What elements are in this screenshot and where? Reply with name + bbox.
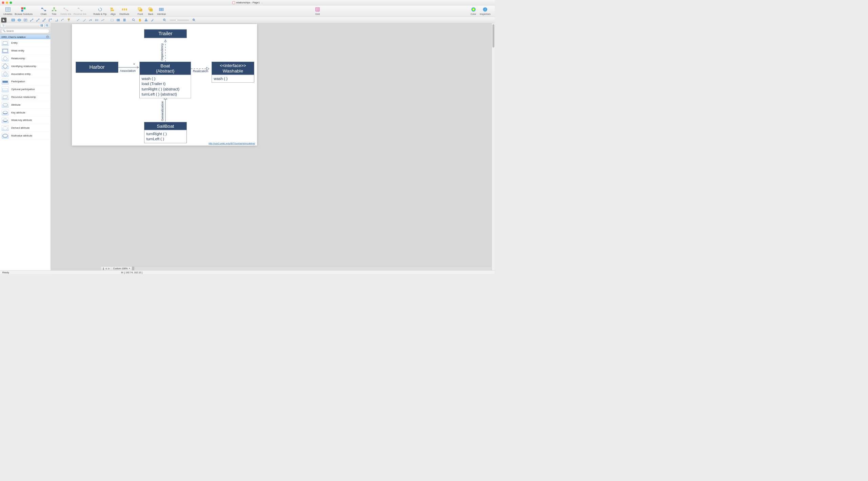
node-harbor[interactable]: Harbor: [76, 62, 118, 72]
line-tool-4[interactable]: [94, 18, 99, 23]
lib-item-optional-participation[interactable]: Optional participation: [0, 86, 51, 93]
lib-item-relationship[interactable]: Relationship: [0, 55, 51, 62]
harbor-title: Harbor: [76, 62, 118, 72]
snap-tool-2[interactable]: [116, 18, 121, 23]
chevron-down-icon[interactable]: ⌄: [261, 2, 263, 4]
connector-2[interactable]: [35, 18, 41, 23]
sidebar-grid-icon[interactable]: [39, 23, 44, 27]
minimize-window-button[interactable]: [6, 1, 8, 4]
lib-label: Entity: [11, 42, 18, 45]
sidebar-tree-icon[interactable]: [1, 23, 6, 27]
line-tool-5[interactable]: [100, 18, 105, 23]
window-title-text: relationships - Page1: [236, 1, 260, 4]
lib-item-weak-entity[interactable]: Weak entity: [0, 47, 51, 55]
snap-tool-1[interactable]: [110, 18, 115, 23]
grid-button[interactable]: Grid: [312, 6, 323, 16]
lib-item-weak-key-attribute[interactable]: Weak key attribute: [0, 117, 51, 124]
libraries-button[interactable]: Libraries: [2, 6, 14, 16]
snap-tool-3[interactable]: [122, 18, 127, 23]
search-input[interactable]: [1, 29, 49, 34]
rotate-flip-button[interactable]: Rotate & Flip: [92, 6, 108, 16]
zoom-slider[interactable]: [170, 20, 189, 20]
chain-button[interactable]: Chain: [38, 6, 49, 16]
svg-point-47: [39, 19, 39, 19]
zoom-display[interactable]: Custom 108%▼: [112, 267, 132, 270]
interface-name: Washable: [214, 68, 252, 74]
chain-icon: [41, 7, 46, 12]
lib-label: Relationship: [11, 57, 25, 60]
pan-tool[interactable]: ✋: [137, 18, 143, 23]
svg-rect-11: [53, 7, 55, 8]
connector-4[interactable]: [47, 18, 53, 23]
hscroll[interactable]: [132, 267, 492, 270]
front-button[interactable]: Front: [135, 6, 145, 16]
svg-point-44: [30, 21, 31, 21]
reverse-link-icon: [77, 7, 83, 12]
node-trailer[interactable]: Trailer: [144, 29, 186, 38]
front-icon: [137, 7, 143, 12]
lib-item-derived-attribute[interactable]: Derived attribute: [0, 124, 51, 132]
sidebar-search-icon[interactable]: [45, 23, 50, 27]
eyedropper-tool[interactable]: [150, 18, 155, 23]
tree-button[interactable]: Tree: [49, 6, 59, 16]
inspectors-button[interactable]: iInspectors: [479, 6, 492, 16]
pointer-tool[interactable]: [1, 18, 6, 23]
zoom-tool[interactable]: [131, 18, 136, 23]
lib-item-participation[interactable]: Participation: [0, 78, 51, 86]
page-nav[interactable]: ‖◀▶: [101, 267, 112, 270]
recursive-relationship-icon: [2, 94, 9, 100]
back-button[interactable]: Back: [145, 6, 156, 16]
document-icon: [232, 1, 235, 4]
delete-link-icon: [63, 7, 69, 12]
connector-1[interactable]: [29, 18, 35, 23]
line-tool-2[interactable]: [82, 18, 87, 23]
footer-link[interactable]: http://sce2.umkc.edu/BIT/burrise/pl/mode…: [209, 142, 255, 145]
lib-item-identifying-relationship[interactable]: Identifying relationship: [0, 62, 51, 70]
libraries-icon: [5, 7, 11, 12]
zoom-in-button[interactable]: [191, 18, 197, 23]
node-sailboat[interactable]: SailBoat turnRight ( ) turnLeft ( ): [144, 122, 186, 143]
close-library-icon[interactable]: ×: [46, 36, 49, 38]
stamp-tool[interactable]: [143, 18, 149, 23]
lib-item-key-attribute[interactable]: Key attribute: [0, 109, 51, 117]
align-button[interactable]: Align: [108, 6, 118, 16]
close-window-button[interactable]: [2, 1, 4, 4]
lib-item-entity[interactable]: Entity: [0, 39, 51, 47]
ellipse-tool[interactable]: [17, 18, 22, 23]
zoom-thumb[interactable]: [176, 19, 178, 21]
lib-item-recursive-relationship[interactable]: Recursive relationship: [0, 93, 51, 101]
lib-item-attribute[interactable]: Attribute: [0, 101, 51, 109]
inspectors-icon: i: [482, 7, 488, 12]
connector-3[interactable]: [41, 18, 47, 23]
connector-5[interactable]: [54, 18, 59, 23]
svg-point-48: [42, 21, 43, 21]
derived-attribute-icon: [2, 125, 9, 131]
lib-label: Attribute: [11, 103, 21, 106]
lib-item-multivalue-attribute[interactable]: Multivalue attribute: [0, 132, 51, 140]
page[interactable]: Trailer Harbor Boat {Abstract} wash ( ) …: [72, 24, 257, 146]
zoom-window-button[interactable]: [10, 1, 12, 4]
text-tool[interactable]: [23, 18, 28, 23]
library-section-header[interactable]: ERD, Chen's notation ×: [0, 35, 51, 39]
color-button[interactable]: Color: [468, 6, 479, 16]
participation-icon: [2, 79, 9, 84]
connector-6[interactable]: [60, 18, 65, 23]
vertical-scrollbar[interactable]: [492, 23, 495, 274]
dependency-label: Dependency: [160, 43, 164, 61]
node-boat[interactable]: Boat {Abstract} wash ( ) load (Trailer t…: [140, 62, 191, 98]
line-tool-1[interactable]: [75, 18, 81, 23]
sailboat-ops: turnRight ( ) turnLeft ( ): [144, 130, 186, 143]
distribute-button[interactable]: Distribute: [118, 6, 131, 16]
tree-icon: [51, 7, 57, 12]
paint-tool[interactable]: [66, 18, 72, 23]
lib-item-associative-entity[interactable]: Associative entity: [0, 70, 51, 78]
browse-solutions-button[interactable]: Browse Solutions: [14, 6, 34, 16]
node-washable[interactable]: <<interface>> Washable wash ( ): [212, 62, 254, 83]
line-tool-3[interactable]: [88, 18, 93, 23]
weak-key-attribute-icon: [2, 117, 9, 123]
canvas-scroll[interactable]: Trailer Harbor Boat {Abstract} wash ( ) …: [51, 23, 495, 274]
identical-button[interactable]: Identical: [156, 6, 167, 16]
zoom-out-button[interactable]: [162, 18, 167, 23]
svg-point-35: [471, 7, 476, 12]
rect-tool[interactable]: [11, 18, 16, 23]
